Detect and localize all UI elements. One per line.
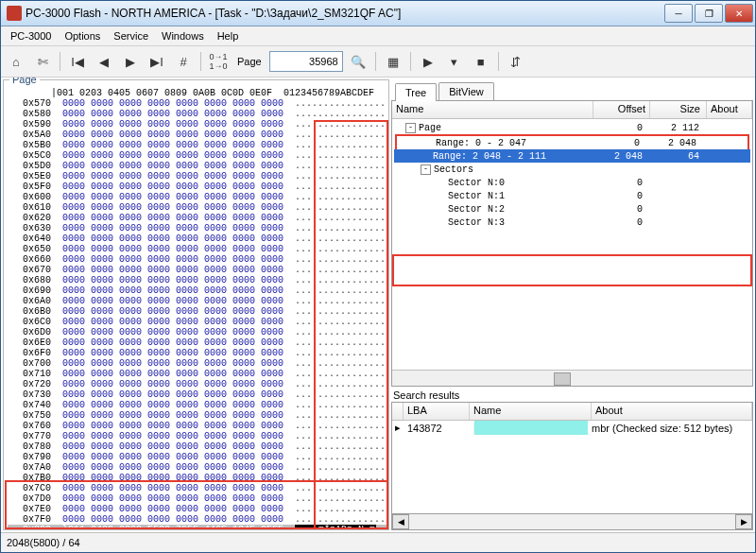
dropdown-icon[interactable]: ▾ [443,50,466,73]
tree-table: Name Offset Size About -Page02 112Range:… [391,100,753,387]
close-button[interactable]: ✕ [725,4,753,23]
bits-icon[interactable]: 0→11→0 [207,50,230,73]
col-offset[interactable]: Offset [593,101,650,118]
search-results-label: Search results [391,389,753,402]
menu-windows[interactable]: Windows [156,28,210,43]
prev-page-button[interactable]: ◀ [93,50,115,73]
window-title: PC-3000 Flash - NORTH AMERICA - [Task - … [26,7,662,20]
col-marker [392,403,404,420]
search-icon[interactable]: 🔍 [347,50,369,73]
menu-options[interactable]: Options [59,28,106,43]
tree-body[interactable]: -Page02 112Range: 0 - 2 04702 048Range: … [392,119,752,370]
col-lba[interactable]: LBA [404,403,470,420]
status-bar: 2048(5800) / 64 [1,532,755,552]
scroll-left-icon[interactable]: ◀ [392,514,409,529]
tab-tree[interactable]: Tree [395,83,437,101]
row-marker-icon: ▸ [392,422,404,434]
hex-view[interactable]: |001 0203 0405 0607 0809 0A0B 0C0D 0E0F … [4,80,388,529]
tab-bar: Tree BitView [391,79,753,100]
tree-row[interactable]: -Page02 112 [394,121,750,134]
tool-btn-1[interactable]: ⌂ [5,50,27,73]
hex-panel: Page |001 0203 0405 0607 0809 0A0B 0C0D … [3,79,389,530]
last-page-button[interactable]: ▶I [146,50,168,73]
search-scrollbar[interactable]: ◀ ▶ [391,514,753,530]
toolbar: ⌂ ✄ I◀ ◀ ▶ ▶I # 0→11→0 Page 🔍 ▦ ▶ ▾ ■ ⇵ [1,46,755,78]
stop-icon[interactable]: ■ [470,50,492,73]
tab-bitview[interactable]: BitView [438,82,493,100]
search-body[interactable]: ▸143872mbr (Checked size: 512 bytes) [392,421,752,513]
minimize-button[interactable]: ─ [664,4,693,23]
first-page-button[interactable]: I◀ [66,50,89,73]
menu-pc3000[interactable]: PC-3000 [5,28,57,43]
title-bar: PC-3000 Flash - NORTH AMERICA - [Task - … [1,1,755,26]
col-s-name[interactable]: Name [470,403,592,420]
tree-row[interactable]: Sector N:30 [394,216,750,229]
col-about[interactable]: About [707,101,752,118]
horiz-scrollbar[interactable] [392,370,752,386]
menu-service[interactable]: Service [108,28,154,43]
next-page-button[interactable]: ▶ [119,50,142,73]
tools-icon[interactable]: ⇵ [505,50,527,73]
menu-bar: PC-3000 Options Service Windows Help [1,26,755,46]
tree-row[interactable]: Sector N:20 [394,202,750,216]
tree-row[interactable]: -Sectors [394,163,750,176]
page-input[interactable] [269,51,343,72]
col-name[interactable]: Name [392,101,593,118]
scroll-right-icon[interactable]: ▶ [735,514,752,529]
view-grid-icon[interactable]: ▦ [382,50,404,73]
tree-row[interactable]: Range: 0 - 2 04702 048 [397,136,747,149]
tree-row[interactable]: Range: 2 048 - 2 1112 04864 [394,149,750,163]
col-s-about[interactable]: About [592,403,752,420]
app-icon [7,6,22,21]
status-text: 2048(5800) / 64 [7,537,80,548]
tree-row[interactable]: Sector N:00 [394,176,750,189]
search-table: LBA Name About ▸143872mbr (Checked size:… [391,402,753,514]
page-label: Page [233,56,266,67]
search-row[interactable]: ▸143872mbr (Checked size: 512 bytes) [392,421,752,435]
tool-btn-2[interactable]: ✄ [31,50,54,73]
maximize-button[interactable]: ❐ [695,4,723,23]
col-size[interactable]: Size [650,101,707,118]
tree-row[interactable]: Sector N:10 [394,189,750,202]
grid-icon[interactable]: # [172,50,195,73]
menu-help[interactable]: Help [212,28,245,43]
play-icon[interactable]: ▶ [417,50,439,73]
